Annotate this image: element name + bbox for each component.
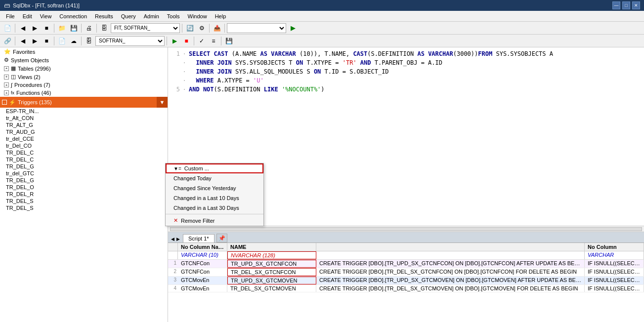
back-button[interactable]: ◀ [17,23,28,34]
tree-item-favorites[interactable]: ⭐ Favorites [0,47,168,56]
save-button[interactable]: 💾 [68,23,79,34]
expand-procedures[interactable]: + [4,82,9,87]
tab-pin-button[interactable]: 📌 [216,234,227,242]
expand-tables[interactable]: + [4,66,9,71]
t2-parse[interactable]: ✓ [196,36,207,46]
menu-admin[interactable]: Admin [140,12,163,20]
list-item[interactable]: tr_del_GTC [0,170,168,177]
tree-item-procedures[interactable]: + ∫ Procedures (7) [0,81,168,89]
list-item[interactable]: TR_DEL_S [0,204,168,211]
schema-dropdown[interactable]: SOFTRAN_ [95,36,165,46]
list-item[interactable]: TR_DEL_R [0,191,168,198]
tab-nav-right[interactable]: ▶ [175,236,181,242]
table-row[interactable]: 2 GTCNFCon TR_DEL_SX_GTCNFCON CREATE TRI… [168,268,644,277]
ctx-item-changed-yesterday[interactable]: Changed Since Yesterday [166,183,263,193]
list-item[interactable]: TR_DEL_G [0,163,168,170]
tab-script1[interactable]: Script 1* [183,234,215,242]
menu-results[interactable]: Results [91,12,117,20]
functions-icon: fx [11,90,14,95]
ctx-item-changed-10days[interactable]: Changed in a Last 10 Days [166,193,263,203]
refresh-button[interactable]: 🔄 [184,23,195,34]
t2-format[interactable]: ≡ [208,36,219,46]
t2-commit[interactable]: 💾 [223,36,234,46]
tree-item-views[interactable]: + ◫ Views (2) [0,73,168,81]
t2-btn4[interactable]: ■ [41,36,52,46]
sep-4 [96,24,97,33]
menu-connection[interactable]: Connection [55,12,91,20]
expand-views[interactable]: + [4,75,9,80]
close-button[interactable]: ✕ [632,1,640,9]
minimize-button[interactable]: — [612,1,620,9]
tree-item-system-objects[interactable]: ⚙ System Objects [0,56,168,64]
list-item[interactable]: TR_DEL_O [0,184,168,191]
query-dropdown[interactable] [227,23,286,33]
ctx-item-changed-today[interactable]: Changed Today [166,173,263,183]
procedures-icon: ∫ [11,82,12,88]
expand-triggers[interactable]: - [2,100,7,105]
t2-db-icon: 🗄 [84,36,94,46]
ctx-item-remove-filter[interactable]: ✕ Remove Filter [166,215,263,226]
tree-item-tables[interactable]: + ▦ Tables (2996) [0,64,168,73]
print-button[interactable]: 🖨 [84,23,94,34]
system-objects-icon: ⚙ [4,57,9,63]
sep-t2-6 [221,37,221,45]
list-item[interactable]: ESP-TR_IN... [0,108,168,115]
run-button[interactable]: ▶ [287,23,298,34]
t2-btn1[interactable]: 🔗 [2,36,13,46]
list-item[interactable]: TR_ALT_G [0,121,168,128]
t2-execute[interactable]: ▶ [169,36,180,46]
table-row[interactable]: 1 GTCNFCon TR_UPD_SX_GTCNFCON CREATE TRI… [168,260,644,268]
settings-button[interactable]: ⚙ [196,23,207,34]
favorites-icon: ⭐ [4,48,11,55]
sep-7 [224,24,225,33]
open-button[interactable]: 📁 [56,23,67,34]
tree-item-functions[interactable]: + fx Functions (46) [0,89,168,97]
t2-stop[interactable]: ■ [181,36,192,46]
sep-t2-5 [194,37,194,45]
maximize-button[interactable]: □ [622,1,630,9]
t2-btn5[interactable]: 📄 [56,36,67,46]
h-scrollbar[interactable] [170,227,642,231]
menu-bar: File Edit View Connection Results Query … [0,11,644,22]
expand-functions[interactable]: + [4,90,9,95]
list-item[interactable]: TR_DEL_C [0,156,168,163]
table-row[interactable]: 3 GTCMovEn TR_UPD_SX_GTCMOVEN CREATE TRI… [168,277,644,285]
table-row[interactable]: 4 GTCMovEn TR_DEL_SX_GTCMOVEN CREATE TRI… [168,285,644,292]
list-item[interactable]: TR_AUD_G [0,128,168,135]
menu-tools[interactable]: Tools [163,12,184,20]
t2-btn6[interactable]: ☁ [68,36,79,46]
toolbar-1: 📄 ◀ ▶ ■ 📁 💾 🖨 🗄 FIT, SOFTRAN_ 🔄 ⚙ 📤 ▶ [0,22,644,35]
t2-btn3[interactable]: ▶ [29,36,40,46]
left-panel: ⭐ Favorites ⚙ System Objects + ▦ Tables … [0,47,168,322]
menu-query[interactable]: Query [117,12,140,20]
sql-line-4: · WHERE A.XTYPE = 'U' [170,76,642,85]
list-item[interactable]: tr_Alt_CON [0,115,168,121]
t2-btn2[interactable]: ◀ [17,36,28,46]
list-item[interactable]: tr_Del_CO [0,142,168,149]
triggers-dropdown-button[interactable]: ▼ [157,97,168,108]
ctx-item-custom[interactable]: ▼= Custom ... [166,163,263,173]
menu-view[interactable]: View [36,12,56,20]
new-button[interactable]: 📄 [2,23,13,34]
sep-t2-1 [15,37,15,45]
toolbar-2: 🔗 ◀ ▶ ■ 📄 ☁ 🗄 SOFTRAN_ ▶ ■ ✓ ≡ 💾 [0,35,644,47]
tree-item-triggers-active[interactable]: - ⚡ Triggers (135) ▼ [0,97,168,108]
menu-window[interactable]: Window [184,12,211,20]
list-item[interactable]: TR_DEL_C [0,149,168,156]
menu-file[interactable]: File [2,12,19,20]
result-rows: 1 GTCNFCon TR_UPD_SX_GTCNFCON CREATE TRI… [168,260,644,322]
list-item[interactable]: TR_DEL_S [0,198,168,204]
menu-help[interactable]: Help [211,12,230,20]
list-item[interactable]: tr_del_CCE [0,135,168,142]
stop-button[interactable]: ■ [41,23,52,34]
forward-button[interactable]: ▶ [29,23,40,34]
db-dropdown[interactable]: FIT, SOFTRAN_ [111,23,180,33]
list-item[interactable]: TR_DEL_G [0,177,168,184]
tree-header: ⭐ Favorites ⚙ System Objects + ▦ Tables … [0,47,168,108]
tab-nav-left[interactable]: ◀ [170,236,175,242]
sep-t2-4 [167,37,167,45]
menu-edit[interactable]: Edit [19,12,36,20]
export-button[interactable]: 📤 [212,23,222,34]
app-icon: 🗃 [4,2,10,9]
ctx-item-changed-30days[interactable]: Changed in a Last 30 Days [166,203,263,213]
